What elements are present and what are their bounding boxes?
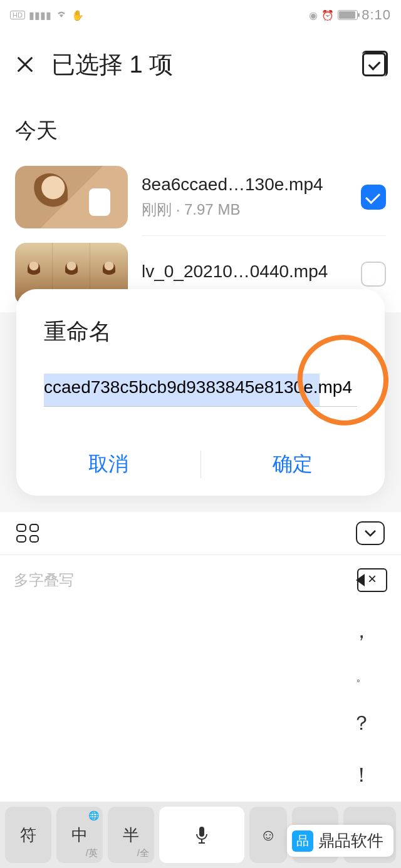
status-bar: HD ▮▮▮▮ ✋ ◉ ⏰ 8:10 xyxy=(0,0,401,30)
keyboard-hint: 多字叠写 xyxy=(14,570,74,590)
battery-icon xyxy=(338,10,358,20)
symbol-key[interactable]: 符 xyxy=(5,807,51,863)
file-row[interactable]: 8ea6ccaed…130e.mp4 刚刚 · 7.97 MB xyxy=(15,159,386,235)
mic-key[interactable] xyxy=(159,807,244,863)
file-list: 今天 8ea6ccaed…130e.mp4 刚刚 · 7.97 MB lv_0_… xyxy=(0,99,401,312)
hd-icon: HD xyxy=(10,11,25,19)
wifi-icon xyxy=(55,9,68,21)
dialog-title: 重命名 xyxy=(16,317,385,374)
page-title: 已选择 1 项 xyxy=(51,49,346,81)
keyboard-switch-icon[interactable] xyxy=(16,524,39,543)
punct-key[interactable]: 。 xyxy=(356,670,367,685)
lang-key[interactable]: 中/英🌐 xyxy=(56,807,103,863)
eye-icon: ◉ xyxy=(309,9,318,21)
selection-header: 已选择 1 项 xyxy=(0,30,401,99)
video-thumbnail xyxy=(15,166,128,228)
rename-input[interactable] xyxy=(44,374,357,407)
close-icon[interactable] xyxy=(15,54,35,74)
keyboard-collapse-button[interactable] xyxy=(356,521,385,545)
palm-icon: ✋ xyxy=(71,9,84,21)
clock-text: 8:10 xyxy=(362,7,391,23)
section-today: 今天 xyxy=(15,99,386,159)
width-key[interactable]: 半/全 xyxy=(108,807,154,863)
file-checkbox[interactable] xyxy=(361,185,386,210)
select-all-button[interactable] xyxy=(362,53,386,76)
file-name: lv_0_20210…0440.mp4 xyxy=(142,262,347,282)
handwriting-area[interactable]: ， 。 ？ ！ xyxy=(0,605,401,802)
punct-key[interactable]: ！ xyxy=(352,762,372,789)
watermark: 鼎品软件 xyxy=(287,825,393,857)
file-meta: 刚刚 · 7.97 MB xyxy=(142,200,347,220)
alarm-icon: ⏰ xyxy=(321,9,334,21)
confirm-button[interactable]: 确定 xyxy=(201,433,385,496)
punct-key[interactable]: ？ xyxy=(352,710,372,737)
punct-key[interactable]: ， xyxy=(352,618,372,645)
backspace-key[interactable] xyxy=(357,568,387,592)
file-checkbox[interactable] xyxy=(361,262,386,287)
keyboard: 多字叠写 ， 。 ？ ！ 符 中/英🌐 半/全 ☺ 123 换行 xyxy=(0,512,401,868)
emoji-key[interactable]: ☺ xyxy=(249,807,287,863)
file-name: 8ea6ccaed…130e.mp4 xyxy=(142,175,347,195)
svg-rect-0 xyxy=(199,827,204,837)
rename-dialog: 重命名 取消 确定 xyxy=(16,289,385,496)
watermark-logo xyxy=(292,830,313,852)
signal-icon: ▮▮▮▮ xyxy=(29,9,51,21)
cancel-button[interactable]: 取消 xyxy=(16,433,200,496)
watermark-text: 鼎品软件 xyxy=(318,830,383,852)
